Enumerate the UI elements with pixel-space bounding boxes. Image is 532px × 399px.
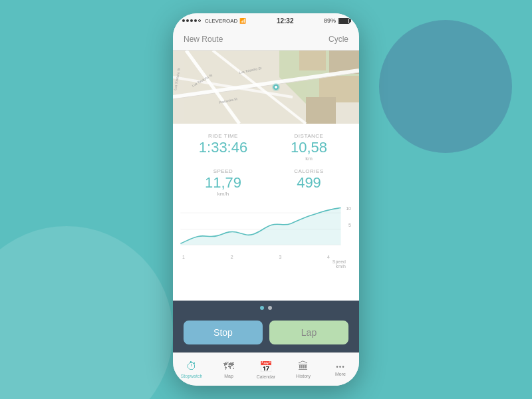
stat-calories: CALORIES 499: [269, 168, 348, 197]
signal-dots: [182, 19, 201, 22]
x-label-3: 3: [279, 255, 281, 259]
status-right: 89%: [324, 17, 350, 24]
tab-calendar-label: Calendar: [257, 374, 275, 379]
history-icon: 🏛: [298, 360, 309, 372]
tab-stopwatch-label: Stopwatch: [181, 374, 203, 378]
status-bar: CLEVEROAD 📶 12:32 89%: [173, 13, 359, 28]
distance-value: 10,58: [269, 140, 348, 155]
x-label-1: 1: [182, 255, 185, 259]
nav-mode: Cycle: [329, 35, 348, 44]
calories-label: CALORIES: [269, 168, 348, 174]
tab-more[interactable]: ••• More: [322, 363, 359, 376]
signal-dot-3: [190, 19, 193, 22]
chart-y-5: 5: [346, 221, 351, 229]
phone-frame: CLEVEROAD 📶 12:32 89% New Route Cycle: [173, 13, 359, 386]
battery-icon: [338, 18, 350, 24]
map-icon: 🗺: [223, 360, 234, 372]
ride-time-label: RIDE TIME: [184, 133, 263, 139]
page-dot-2: [268, 306, 272, 310]
tab-map[interactable]: 🗺 Map: [210, 360, 247, 378]
nav-title: New Route: [184, 35, 223, 44]
stat-distance: DISTANCE 10,58 km: [269, 133, 348, 162]
signal-dot-4: [194, 19, 197, 22]
wifi-icon: 📶: [239, 18, 246, 24]
chart-svg: [180, 202, 352, 252]
svg-rect-2: [299, 51, 326, 70]
carrier-label: CLEVEROAD: [205, 18, 237, 24]
status-left: CLEVEROAD 📶: [182, 18, 246, 24]
tab-calendar[interactable]: 📅 Calendar: [247, 360, 285, 379]
chart-x-labels: 1 2 3 4: [180, 255, 352, 259]
signal-dot-1: [182, 19, 185, 22]
lap-button[interactable]: Lap: [269, 321, 348, 344]
chart-y-10: 10: [346, 205, 351, 212]
stat-speed: SPEED 11,79 km/h: [184, 168, 263, 197]
stop-button[interactable]: Stop: [184, 321, 263, 344]
tab-history-label: History: [296, 374, 311, 378]
tab-stopwatch[interactable]: ⏱ Stopwatch: [173, 360, 210, 378]
more-icon: •••: [336, 363, 345, 370]
speed-label: SPEED: [184, 168, 263, 174]
x-label-4: 4: [327, 255, 330, 259]
nav-bar: New Route Cycle: [173, 28, 359, 51]
page-dot-1: [260, 306, 264, 310]
tab-map-label: Map: [224, 374, 233, 378]
page-dots: [173, 301, 359, 314]
tab-history[interactable]: 🏛 History: [285, 360, 322, 378]
distance-label: DISTANCE: [269, 133, 348, 139]
svg-point-17: [275, 86, 277, 88]
calories-value: 499: [269, 176, 348, 190]
speed-value: 11,79: [184, 176, 263, 190]
status-time: 12:32: [277, 17, 294, 25]
stats-grid: RIDE TIME 1:33:46 DISTANCE 10,58 km SPEE…: [173, 124, 359, 202]
map-area[interactable]: Lva Tolstoho St Lva Tolstoho St Parkivsk…: [173, 51, 359, 124]
signal-dot-2: [186, 19, 189, 22]
tab-more-label: More: [335, 372, 346, 376]
chart-area: 10 5 1 2 3 4 Speedkm/h: [173, 202, 359, 301]
map-svg: Lva Tolstoho St Lva Tolstoho St Parkivsk…: [173, 51, 359, 124]
distance-unit: km: [269, 156, 348, 162]
svg-rect-5: [306, 97, 336, 124]
bg-decoration-1: [0, 226, 173, 399]
bg-decoration-2: [379, 20, 512, 153]
x-label-2: 2: [231, 255, 233, 259]
tab-bar: ⏱ Stopwatch 🗺 Map 📅 Calendar 🏛 History •…: [173, 352, 359, 386]
stats-panel: RIDE TIME 1:33:46 DISTANCE 10,58 km SPEE…: [173, 124, 359, 301]
calendar-icon: 📅: [259, 360, 273, 373]
chart-y-labels: 10 5: [346, 205, 351, 229]
action-buttons: Stop Lap: [173, 314, 359, 352]
stat-ride-time: RIDE TIME 1:33:46: [184, 133, 263, 162]
ride-time-value: 1:33:46: [184, 140, 263, 155]
speed-unit: km/h: [184, 191, 263, 197]
signal-dot-5: [198, 19, 201, 22]
battery-percent: 89%: [324, 17, 336, 24]
stopwatch-icon: ⏱: [186, 360, 197, 372]
battery-fill: [339, 19, 348, 23]
chart-speed-label: Speedkm/h: [180, 259, 352, 269]
